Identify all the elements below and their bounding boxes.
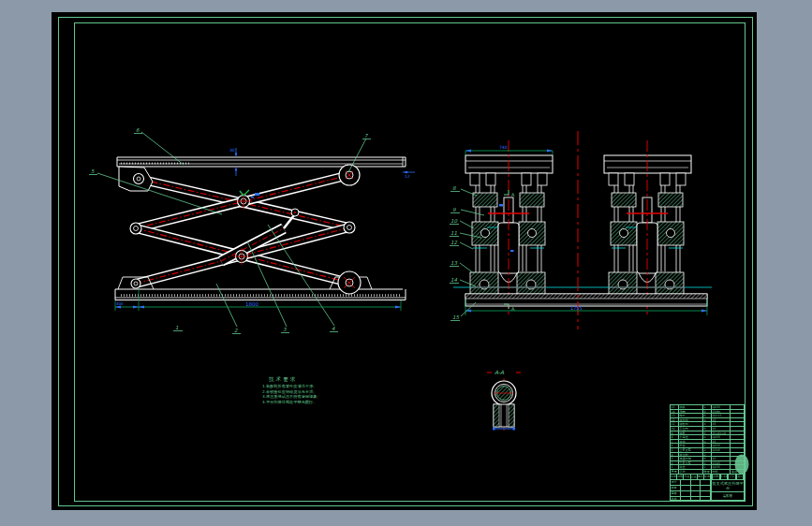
bom-row: 10定位环845	[670, 426, 745, 431]
part-label-14: 14	[450, 277, 457, 283]
dim-740: 740	[499, 145, 508, 150]
bom-row: 7滚轮445	[670, 439, 745, 444]
part-label-11: 11	[450, 230, 457, 236]
dim-1755: 1755	[570, 305, 583, 311]
dim-30: 30	[229, 148, 235, 153]
micro-dim-mark	[499, 204, 503, 207]
dim-400: 400	[116, 301, 124, 306]
bom-row: 1底座1Q235	[670, 464, 745, 469]
part-label-15: 15	[452, 314, 459, 320]
signature-grid: 标记处数分区更改文件号签名年月日 设计校核审核批准	[671, 475, 712, 500]
scissor-arms	[136, 175, 349, 284]
part-label-4: 4	[332, 326, 335, 331]
side-view-dimensions: 400 1800 30 12	[115, 148, 415, 311]
bom-row: 4液压缸2	[670, 452, 745, 457]
part-label-5: 5	[91, 168, 95, 174]
drawing-info: 比例1:10共1张第1张 剪叉式液压升降平台 装配图	[712, 475, 744, 500]
drawing-subtitle: 装配图	[712, 491, 744, 500]
section-letter-top: A	[511, 192, 515, 197]
part-label-12: 12	[450, 240, 457, 245]
part-label-8: 8	[452, 185, 456, 191]
part-label-13: 13	[450, 260, 457, 266]
part-label-2: 2	[234, 328, 238, 333]
bom-row: 5上剪叉臂2Q345	[670, 447, 745, 452]
cad-viewer-page: { "app": {"background": "#8c99a9", "canv…	[0, 0, 812, 526]
bom-rows: 15底板1Q23514挡圈865Mn13轴承8GCr1512导向轮44511油缸…	[670, 404, 745, 469]
front-view-base-plate	[465, 294, 707, 306]
side-view-scissor-lift: 1 2 3 4 5 6 7 400 1800	[89, 127, 415, 334]
section-letter-bottom: A	[511, 306, 515, 312]
detail-view-aa: A-A	[487, 369, 521, 431]
part-label-3: 3	[283, 327, 287, 332]
technical-requirements-title: 技术要求	[269, 376, 333, 384]
bom-row: 3连接销轴845	[670, 456, 745, 460]
part-label-7: 7	[364, 133, 369, 139]
bom-row: 2下剪叉臂2Q345	[670, 460, 745, 465]
title-block: 15底板1Q23514挡圈865Mn13轴承8GCr1512导向轮44511油缸…	[670, 404, 745, 501]
part-label-10: 10	[450, 218, 457, 224]
title-block-bottom: 标记处数分区更改文件号签名年月日 设计校核审核批准 比例1:10共1张第1张 剪…	[670, 474, 745, 501]
bom-row: 11油缸销445	[670, 421, 745, 426]
bom-row: 14挡圈865Mn	[670, 409, 745, 414]
technical-requirements: 技术要求 1.装配前所有零件应清洗干净; 2.各铰接处应转动灵活无卡滞; 3.液…	[262, 376, 333, 405]
dim-1800: 1800	[245, 301, 258, 307]
dim-12: 12	[405, 174, 410, 179]
part-label-6: 6	[136, 127, 140, 133]
bom-row: 13轴承8GCr15	[670, 413, 745, 417]
bom-row: 6平台1Q235	[670, 443, 745, 447]
drawing-title: 剪叉式液压升降平台	[712, 479, 744, 492]
part-label-9: 9	[452, 207, 456, 212]
column-assembly	[465, 140, 553, 314]
bom-row: 9轴套8ZCuSn10	[670, 431, 745, 435]
sign-header-row: 标记处数分区更改文件号签名年月日	[671, 475, 711, 479]
micro-dim-mark	[510, 250, 514, 252]
part-label-1: 1	[175, 325, 179, 330]
bom-table: 15底板1Q23514挡圈865Mn13轴承8GCr1512导向轮44511油缸…	[670, 404, 745, 474]
detail-label: A-A	[495, 369, 505, 375]
bom-row: 15底板1Q235	[670, 404, 745, 409]
technical-requirement-line: 4.平台升降过程应平稳无爬行。	[262, 400, 333, 405]
sign-rows: 设计校核审核批准	[671, 479, 711, 502]
bom-row: 12导向轮445	[670, 417, 745, 422]
front-view: 740 1755 A A 8 9	[450, 131, 712, 329]
bom-row: 8支撑座4Q235	[670, 434, 745, 439]
cad-drawing: 1 2 3 4 5 6 7 400 1800	[52, 12, 757, 510]
